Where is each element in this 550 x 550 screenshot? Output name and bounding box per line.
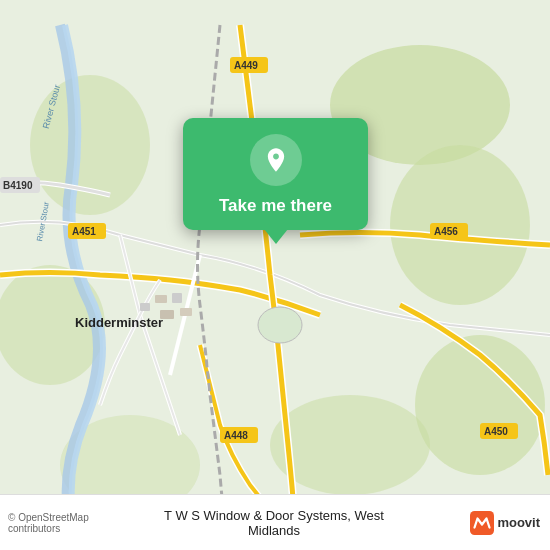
svg-text:A448: A448 [224, 430, 248, 441]
moovit-icon [470, 511, 494, 535]
svg-rect-26 [140, 303, 150, 311]
moovit-text: moovit [497, 515, 540, 530]
svg-rect-22 [155, 295, 167, 303]
location-pin-icon [262, 146, 290, 174]
svg-text:A456: A456 [434, 226, 458, 237]
moovit-logo: moovit [407, 511, 540, 535]
popup-label: Take me there [219, 196, 332, 216]
take-me-there-popup[interactable]: Take me there [183, 118, 368, 230]
svg-text:A450: A450 [484, 426, 508, 437]
svg-text:B4190: B4190 [3, 180, 33, 191]
svg-point-27 [258, 307, 302, 343]
svg-rect-24 [160, 310, 174, 319]
osm-credit: © OpenStreetMap contributors [8, 512, 141, 534]
map-container: River Stour A449 [0, 0, 550, 550]
svg-rect-23 [172, 293, 182, 303]
svg-text:A449: A449 [234, 60, 258, 71]
svg-rect-25 [180, 308, 192, 316]
svg-point-3 [30, 75, 150, 215]
map-svg: River Stour A449 [0, 0, 550, 550]
location-icon-container [250, 134, 302, 186]
bottom-bar: © OpenStreetMap contributors T W S Windo… [0, 494, 550, 550]
svg-text:A451: A451 [72, 226, 96, 237]
svg-text:Kidderminster: Kidderminster [75, 315, 163, 330]
business-name: T W S Window & Door Systems, West Midlan… [141, 508, 407, 538]
